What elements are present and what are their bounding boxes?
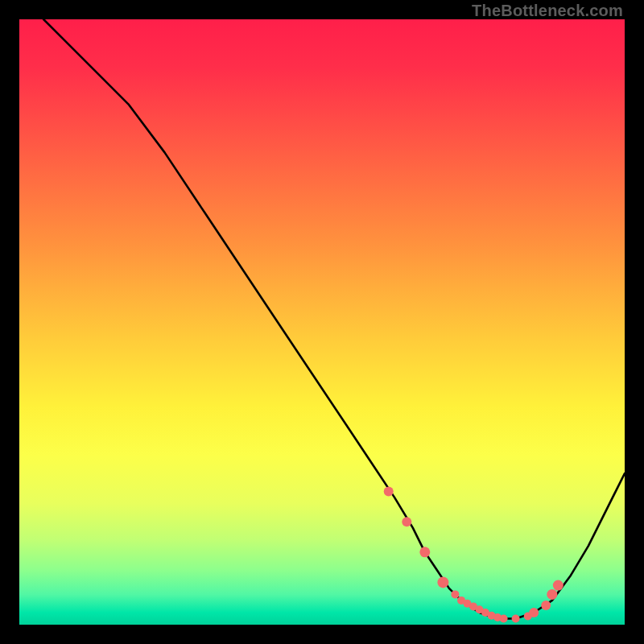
chart-canvas: TheBottleneck.com [0, 0, 644, 644]
highlight-marker [500, 615, 508, 623]
plot-area [19, 19, 625, 625]
highlight-marker [529, 608, 539, 617]
highlight-marker [512, 615, 520, 623]
bottleneck-curve-path [43, 19, 625, 619]
highlight-marker [553, 580, 564, 591]
highlight-marker [419, 547, 430, 557]
marker-group [384, 487, 564, 623]
highlight-marker [451, 590, 459, 598]
highlight-marker [384, 487, 394, 497]
highlight-marker [547, 589, 557, 600]
highlight-marker [541, 601, 551, 610]
highlight-marker [402, 517, 411, 526]
curve-svg [19, 19, 625, 625]
watermark-text: TheBottleneck.com [472, 2, 623, 20]
highlight-marker [437, 576, 448, 588]
